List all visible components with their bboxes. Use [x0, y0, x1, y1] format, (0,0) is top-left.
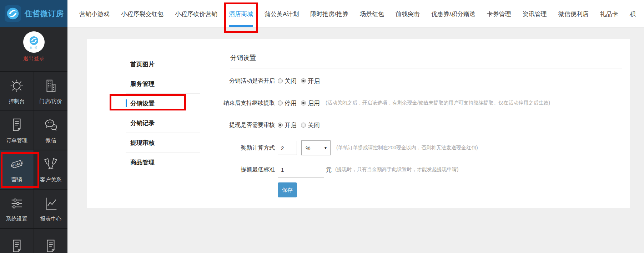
sidebar-item-label: 门店/房价: [39, 98, 62, 105]
nav-item-frontline[interactable]: 前线突击: [396, 0, 420, 28]
submenu-item-product-mgmt[interactable]: 商品管理: [126, 153, 200, 172]
order-icon: [9, 117, 25, 133]
nav-item-news[interactable]: 资讯管理: [523, 0, 547, 28]
customer-relations-icon: [42, 156, 59, 172]
sidebar-item-console[interactable]: 控制台: [0, 72, 34, 110]
app-logo-block: 住哲微订房: [0, 0, 67, 27]
radio-checked-icon[interactable]: [301, 78, 306, 83]
sidebar-item-wechat[interactable]: 微信: [34, 111, 68, 150]
document-icon: [9, 238, 25, 253]
select-value: %: [306, 145, 310, 151]
sidebar-item-orders[interactable]: 订单管理: [0, 111, 34, 150]
reward-value-input[interactable]: [278, 141, 297, 155]
radio-label: 停用: [285, 99, 297, 107]
top-bar: 营销小游戏 小程序裂变红包 小程序砍价营销 酒店商城 蒲公英A计划 限时抢房/抢…: [67, 0, 644, 28]
submenu-item-distribution-records[interactable]: 分销记录: [126, 113, 200, 133]
sidebar-account-block: 住 哲 退出登录: [0, 27, 67, 71]
submenu-item-home-images[interactable]: 首页图片: [126, 55, 200, 74]
nav-item-coupon-points[interactable]: 优惠券/积分赠送: [431, 0, 476, 28]
sidebar-item-partial-1[interactable]: [0, 229, 34, 253]
avatar[interactable]: 住 哲: [23, 31, 45, 53]
nav-item-label: 酒店商城: [229, 10, 253, 18]
radio-checked-icon[interactable]: [301, 100, 306, 105]
radio-option-open[interactable]: 开启: [301, 77, 320, 85]
min-withdraw-input[interactable]: [278, 162, 324, 177]
field-label: 提现是否需要审核: [200, 122, 275, 129]
sidebar-item-stores[interactable]: 门店/房价: [34, 72, 68, 110]
sidebar-item-system-settings[interactable]: 系统设置: [0, 190, 34, 228]
sidebar: 住 哲 退出登录 控制台 门店/房价 订单管理 微信 营销 客户关系: [0, 27, 67, 253]
top-nav: 营销小游戏 小程序裂变红包 小程序砍价营销 酒店商城 蒲公英A计划 限时抢房/抢…: [79, 0, 636, 28]
sidebar-grid: 控制台 门店/房价 订单管理 微信 营销 客户关系 系统设置 报: [0, 72, 67, 253]
logout-button[interactable]: 退出登录: [23, 55, 45, 62]
form-row-reward-calc: 奖励计算方式 % ▼ (单笔订单提成请控制在200现金以内，否则将无法发送现金红…: [200, 140, 630, 155]
brand-swirl-icon: [5, 5, 21, 22]
sidebar-item-label: 系统设置: [6, 216, 27, 222]
avatar-badge-text: 住 哲: [30, 46, 38, 50]
nav-item-fission-redpacket[interactable]: 小程序裂变红包: [121, 0, 163, 28]
radio-label: 关闭: [308, 121, 320, 129]
radio-option-enable[interactable]: 启用: [301, 99, 320, 107]
nav-item-marketing-games[interactable]: 营销小游戏: [79, 0, 110, 28]
form-actions: 保存: [200, 182, 630, 197]
field-hint: (提现时，只有当金额高于此设置时，才能发起提现申请): [335, 166, 458, 173]
nav-item-gift-card[interactable]: 礼品卡: [600, 0, 618, 28]
radio-unchecked-icon[interactable]: [278, 78, 283, 83]
wechat-icon: [42, 117, 59, 133]
form-row-min-withdraw: 提额最低标准 元 (提现时，只有当金额高于此设置时，才能发起提现申请): [200, 162, 630, 177]
reward-unit-select[interactable]: % ▼: [301, 140, 331, 155]
report-chart-icon: [42, 195, 59, 212]
sidebar-item-label: 报表中心: [40, 216, 61, 222]
radio-option-close[interactable]: 关闭: [301, 121, 320, 129]
nav-item-flash-rooms[interactable]: 限时抢房/抢券: [310, 0, 348, 28]
nav-item-hotel-mall[interactable]: 酒店商城: [229, 0, 253, 28]
sale-tag-icon: [9, 156, 25, 172]
nav-item-card-coupon[interactable]: 卡券管理: [487, 0, 511, 28]
sidebar-item-customers[interactable]: 客户关系: [34, 150, 68, 189]
sidebar-item-label: 客户关系: [40, 176, 61, 183]
submenu: 首页图片 服务管理 分销设置 分销记录 提现审核 商品管理: [126, 55, 200, 172]
sidebar-item-label: 订单管理: [6, 137, 27, 144]
submenu-item-withdraw-review[interactable]: 提现审核: [126, 133, 200, 153]
document-icon: [42, 238, 59, 253]
submenu-item-label: 分销设置: [130, 99, 155, 108]
radio-option-disable[interactable]: 停用: [278, 99, 297, 107]
field-label: 分销活动是否开启: [200, 77, 275, 85]
form-row-activity-enabled: 分销活动是否开启 关闭 开启: [200, 76, 630, 86]
page-title: 分销设置: [230, 53, 256, 62]
console-icon: [9, 78, 25, 94]
nav-item-dandelion-plan[interactable]: 蒲公英A计划: [265, 0, 299, 28]
settings-sliders-icon: [9, 195, 25, 212]
sidebar-item-label: 控制台: [9, 98, 25, 105]
sidebar-item-marketing[interactable]: 营销: [0, 150, 34, 189]
field-label: 奖励计算方式: [200, 144, 275, 152]
radio-checked-icon[interactable]: [278, 123, 283, 128]
nav-item-truncated[interactable]: 积: [630, 0, 636, 28]
nav-item-bargain-marketing[interactable]: 小程序砍价营销: [175, 0, 217, 28]
radio-unchecked-icon[interactable]: [301, 123, 306, 128]
brand-name: 住哲微订房: [25, 9, 64, 19]
radio-option-open[interactable]: 开启: [278, 121, 297, 129]
submenu-item-service-mgmt[interactable]: 服务管理: [126, 74, 200, 94]
sidebar-item-label: 营销: [11, 176, 22, 183]
nav-item-wechat-store[interactable]: 微信便利店: [558, 0, 589, 28]
radio-label: 关闭: [285, 77, 297, 85]
field-hint: (单笔订单提成请控制在200现金以内，否则将无法发送现金红包): [336, 145, 478, 151]
content-panel: 首页图片 服务管理 分销设置 分销记录 提现审核 商品管理 分销设置 分销活动是…: [87, 39, 630, 208]
unit-label: 元: [326, 166, 332, 174]
chevron-down-icon: ▼: [324, 146, 327, 150]
sidebar-item-label: 微信: [45, 137, 56, 144]
radio-unchecked-icon[interactable]: [278, 100, 283, 105]
radio-label: 启用: [308, 99, 320, 107]
radio-label: 开启: [308, 77, 320, 85]
form-row-withdraw-review: 提现是否需要审核 开启 关闭: [200, 120, 630, 130]
sidebar-item-reports[interactable]: 报表中心: [34, 190, 68, 228]
nav-item-scene-redpacket[interactable]: 场景红包: [360, 0, 384, 28]
active-tab-underline: [229, 25, 253, 27]
field-label: 提额最低标准: [200, 166, 275, 174]
brand-swirl-icon: [28, 35, 40, 47]
submenu-item-distribution-settings[interactable]: 分销设置: [126, 94, 200, 113]
radio-option-close[interactable]: 关闭: [278, 77, 297, 85]
sidebar-item-partial-2[interactable]: [34, 229, 68, 253]
save-button[interactable]: 保存: [278, 182, 297, 197]
